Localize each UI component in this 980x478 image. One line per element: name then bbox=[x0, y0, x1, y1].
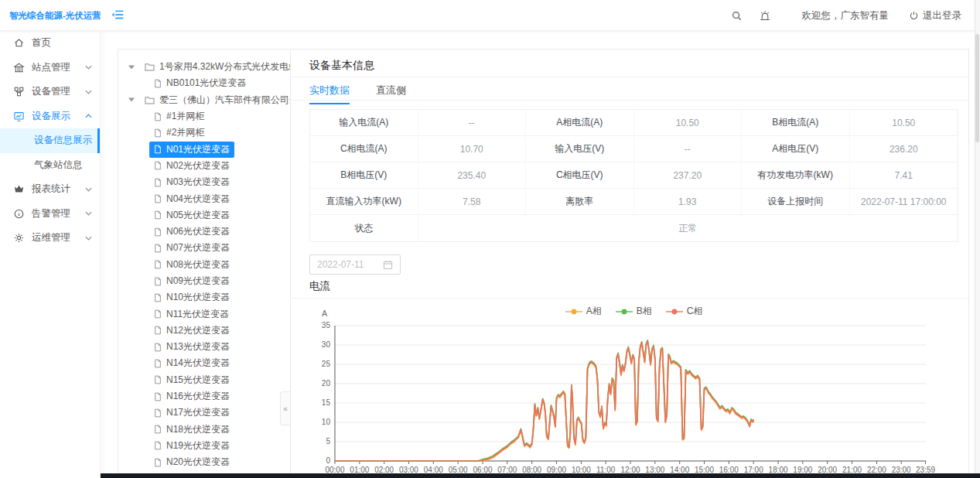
file-icon bbox=[154, 293, 162, 302]
file-icon bbox=[154, 458, 162, 467]
tab-realtime-data[interactable]: 实时数据 bbox=[309, 84, 350, 104]
file-icon bbox=[154, 326, 162, 335]
tree-node[interactable]: N18光伏逆变器 bbox=[118, 422, 290, 438]
date-picker[interactable]: 2022-07-11 bbox=[309, 254, 401, 275]
chart-section-title: 电流 bbox=[309, 279, 330, 293]
chart-header: A A相B相C相 bbox=[309, 302, 958, 319]
sidebar-subitem-label: 气象站信息 bbox=[34, 159, 83, 172]
field-value: 10.50 bbox=[634, 110, 743, 136]
tree-node[interactable]: 爱三（佛山）汽车部件有限公司光伏发 bbox=[118, 92, 290, 108]
tree-node[interactable]: N12光伏逆变器 bbox=[118, 323, 290, 339]
field-value: 10.50 bbox=[850, 110, 958, 136]
tree-node[interactable]: N09光伏逆变器 bbox=[118, 273, 290, 289]
data-tabs: 实时数据 直流侧 bbox=[309, 84, 406, 104]
chevron-down-icon bbox=[85, 211, 92, 216]
divider bbox=[291, 77, 968, 77]
file-icon bbox=[154, 260, 162, 269]
tree-node[interactable]: #1并网柜 bbox=[118, 108, 290, 125]
tree-node[interactable]: N11光伏逆变器 bbox=[118, 306, 290, 322]
sidebar-item-display[interactable]: 设备展示 bbox=[0, 104, 100, 129]
tree-collapse-handle[interactable]: « bbox=[280, 391, 290, 425]
tree-node-label: N07光伏逆变器 bbox=[166, 241, 230, 254]
sidebar-item-device[interactable]: 设备管理 bbox=[0, 80, 100, 104]
folder-icon bbox=[145, 63, 155, 71]
bottom-bar bbox=[101, 473, 980, 478]
tree-node[interactable]: N01光伏逆变器 bbox=[118, 141, 290, 157]
svg-text:10: 10 bbox=[322, 418, 331, 426]
chevron-down-icon bbox=[85, 65, 92, 70]
tree-node[interactable]: N02光伏逆变器 bbox=[118, 158, 290, 174]
tree-node-label: 爱三（佛山）汽车部件有限公司光伏发 bbox=[159, 94, 290, 107]
tree-node[interactable]: N03光伏逆变器 bbox=[118, 174, 290, 190]
sidebar-item-home[interactable]: 首页 bbox=[0, 31, 100, 56]
tree-node[interactable]: 1号家用4.32kW分布式光伏发电站 bbox=[118, 59, 290, 75]
tree-node[interactable]: N04光伏逆变器 bbox=[118, 190, 290, 207]
page-scrollbar[interactable] bbox=[975, 0, 980, 478]
monitor-icon bbox=[13, 111, 25, 122]
tree-node-label: N19光伏逆变器 bbox=[166, 439, 230, 452]
power-icon bbox=[909, 11, 919, 21]
tree-node[interactable]: N07光伏逆变器 bbox=[118, 240, 290, 256]
tree-node-label: #2并网柜 bbox=[166, 126, 204, 139]
field-value: 1.93 bbox=[634, 189, 743, 215]
app-window: 智光综合能源-光伏运营 欢迎您，广东智有量 退出登录 首页站点管理设备管理设备展… bbox=[0, 0, 980, 478]
file-icon bbox=[154, 161, 162, 170]
file-icon bbox=[154, 441, 162, 450]
svg-text:35: 35 bbox=[322, 321, 331, 329]
chart-legend: A相B相C相 bbox=[309, 302, 958, 318]
chevron-up-icon bbox=[85, 114, 92, 118]
file-icon bbox=[154, 79, 162, 88]
caret-down-icon[interactable] bbox=[128, 97, 135, 103]
tree-node[interactable]: N08光伏逆变器 bbox=[118, 257, 290, 273]
legend-item[interactable]: A相 bbox=[565, 305, 602, 318]
sidebar-item-alarm[interactable]: 告警管理 bbox=[0, 202, 100, 227]
field-label: A相电流(A) bbox=[526, 110, 634, 136]
menu-fold-icon[interactable] bbox=[111, 9, 125, 21]
logout-button[interactable]: 退出登录 bbox=[909, 9, 961, 22]
caret-down-icon[interactable] bbox=[128, 64, 135, 70]
tree-node-label: N15光伏逆变器 bbox=[166, 374, 230, 387]
legend-item[interactable]: B相 bbox=[616, 305, 652, 318]
file-icon bbox=[154, 178, 162, 187]
sidebar-item-label: 报表统计 bbox=[32, 183, 70, 196]
sidebar-subitem[interactable]: 气象站信息 bbox=[0, 153, 100, 178]
device-tree-panel: 1号家用4.32kW分布式光伏发电站NB0101光伏逆变器爱三（佛山）汽车部件有… bbox=[118, 50, 291, 478]
legend-label: C相 bbox=[687, 305, 703, 318]
tree-node[interactable]: N19光伏逆变器 bbox=[118, 438, 290, 454]
search-icon[interactable] bbox=[731, 9, 743, 22]
field-label: B相电压(V) bbox=[310, 162, 418, 189]
tree-node[interactable]: NB0101光伏逆变器 bbox=[118, 75, 290, 91]
tree-node[interactable]: N14光伏逆变器 bbox=[118, 355, 290, 371]
info-table: 输入电流(A)--A相电流(A)10.50B相电流(A)10.50C相电流(A)… bbox=[309, 109, 958, 242]
alarm-icon[interactable] bbox=[759, 9, 771, 22]
tree-node[interactable]: N16光伏逆变器 bbox=[118, 388, 290, 405]
tree-node[interactable]: N05光伏逆变器 bbox=[118, 207, 290, 224]
tree-node-label: N18光伏逆变器 bbox=[166, 423, 230, 436]
detail-panel: 设备基本信息 实时数据 直流侧 输入电流(A)--A相电流(A)10.50B相电… bbox=[291, 50, 968, 478]
device-tree: 1号家用4.32kW分布式光伏发电站NB0101光伏逆变器爱三（佛山）汽车部件有… bbox=[118, 50, 290, 478]
scrollbar-thumb[interactable] bbox=[975, 34, 979, 142]
svg-text:25: 25 bbox=[322, 360, 331, 368]
tree-node[interactable]: N15光伏逆变器 bbox=[118, 372, 290, 388]
sidebar-item-site[interactable]: 站点管理 bbox=[0, 56, 100, 80]
sidebar-item-report[interactable]: 报表统计 bbox=[0, 177, 100, 202]
tree-node[interactable]: N13光伏逆变器 bbox=[118, 339, 290, 355]
tabs-underline bbox=[291, 100, 968, 101]
tree-node[interactable]: N10光伏逆变器 bbox=[118, 289, 290, 306]
sidebar-subitem[interactable]: 设备信息展示 bbox=[0, 128, 100, 153]
chevron-down-icon bbox=[85, 90, 92, 94]
logout-label: 退出登录 bbox=[923, 9, 961, 22]
tree-node[interactable]: #2并网柜 bbox=[118, 125, 290, 141]
tab-dc-side[interactable]: 直流侧 bbox=[376, 84, 406, 104]
file-icon bbox=[154, 408, 162, 418]
tree-node[interactable]: N17光伏逆变器 bbox=[118, 405, 290, 421]
calendar-icon bbox=[383, 260, 393, 270]
field-label: 状态 bbox=[310, 215, 418, 241]
tree-node[interactable]: N20光伏逆变器 bbox=[118, 454, 290, 470]
tree-node-label: NB0101光伏逆变器 bbox=[166, 77, 246, 90]
sidebar-item-ops[interactable]: 运维管理 bbox=[0, 226, 100, 251]
svg-text:20: 20 bbox=[322, 379, 331, 388]
field-label: 离散率 bbox=[526, 189, 634, 215]
legend-item[interactable]: C相 bbox=[666, 305, 703, 318]
tree-node[interactable]: N06光伏逆变器 bbox=[118, 224, 290, 240]
